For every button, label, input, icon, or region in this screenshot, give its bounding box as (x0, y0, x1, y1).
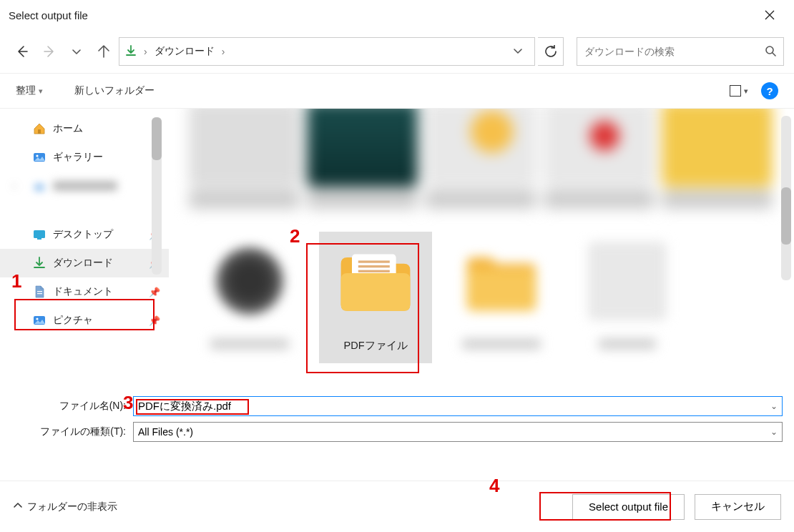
svg-rect-6 (37, 238, 41, 240)
folder-label: PDFファイル (344, 339, 408, 353)
back-button[interactable] (10, 39, 34, 64)
up-button[interactable] (92, 39, 116, 64)
svg-rect-13 (358, 265, 390, 267)
sidebar-item-label: ピクチャ (53, 314, 93, 327)
toolbar: 整理 ▾ 新しいフォルダー ▾ ? (0, 73, 794, 109)
new-folder-button[interactable]: 新しいフォルダー (74, 84, 155, 97)
refresh-button[interactable] (538, 37, 564, 66)
chevron-down-icon[interactable]: ⌄ (770, 401, 778, 411)
downloads-path-icon (125, 45, 137, 59)
cancel-button[interactable]: キャンセル (695, 494, 781, 520)
hide-folders-toggle[interactable]: フォルダーの非表示 (13, 501, 117, 513)
file-grid[interactable]: PDFファイル (169, 109, 794, 388)
annotation-number-3: 3 (123, 392, 133, 414)
sidebar-item-downloads[interactable]: ダウンロード 📌 (0, 249, 169, 277)
view-mode-icon (730, 85, 741, 97)
svg-rect-1 (38, 129, 41, 134)
chevron-down-icon: ▾ (39, 87, 43, 96)
title-bar: Select output file (0, 0, 794, 30)
main-area: ホーム ギャラリー › デスクトップ 📌 (0, 109, 794, 388)
cloud-icon (33, 179, 46, 192)
sidebar-item-label: デスクトップ (53, 228, 113, 241)
sidebar-item-label: ドキュメント (53, 285, 113, 298)
sidebar-item-gallery[interactable]: ギャラリー (0, 143, 169, 172)
arrow-right-icon (43, 45, 56, 58)
documents-icon (33, 285, 46, 298)
save-fields: ファイル名(N): ⌄ ファイルの種類(T): All Files (*.*) … (0, 388, 794, 445)
sidebar-item-label: ギャラリー (53, 151, 103, 164)
chevron-down-icon (513, 46, 523, 56)
annotation-number-4: 4 (489, 475, 499, 497)
chevron-down-icon[interactable]: ⌄ (770, 427, 778, 437)
window-title: Select output file (9, 9, 88, 21)
nav-row: › ダウンロード › (0, 30, 794, 73)
chevron-down-icon: ▾ (744, 87, 748, 96)
folder-item-pdf[interactable]: PDFファイル (319, 232, 432, 363)
folder-icon (336, 242, 415, 320)
chevron-down-icon (72, 46, 82, 56)
pin-icon: 📌 (149, 287, 160, 297)
sidebar-item-label: ホーム (53, 122, 83, 135)
search-box[interactable] (577, 37, 784, 66)
sidebar-item-label (53, 181, 117, 191)
path-dropdown[interactable] (507, 46, 529, 58)
sidebar-item-cloud[interactable]: › (0, 172, 169, 200)
svg-point-4 (34, 184, 44, 190)
organize-menu[interactable]: 整理 ▾ (16, 84, 43, 97)
svg-point-10 (36, 317, 38, 320)
chevron-up-icon (13, 501, 23, 513)
arrow-left-icon (16, 45, 29, 58)
path-separator: › (141, 46, 150, 57)
close-icon (765, 10, 775, 20)
sidebar-item-desktop[interactable]: デスクトップ 📌 (0, 220, 169, 249)
organize-label: 整理 (16, 84, 36, 97)
file-item[interactable] (193, 232, 306, 363)
forward-button[interactable] (37, 39, 62, 64)
select-output-file-button[interactable]: Select output file (572, 494, 685, 520)
arrow-up-icon (97, 45, 110, 58)
view-mode-button[interactable]: ▾ (730, 85, 748, 97)
sidebar-item-documents[interactable]: ドキュメント 📌 (0, 277, 169, 306)
svg-rect-5 (34, 230, 45, 238)
pictures-icon (33, 314, 46, 327)
filetype-label: ファイルの種類(T): (11, 425, 129, 438)
sidebar-item-pictures[interactable]: ピクチャ 📌 (0, 306, 169, 335)
sidebar-item-label: ダウンロード (53, 257, 113, 270)
close-button[interactable] (753, 0, 785, 30)
filetype-field[interactable]: All Files (*.*) ⌄ (133, 422, 783, 442)
desktop-icon (33, 228, 46, 241)
path-separator: › (219, 46, 228, 57)
folder-item[interactable] (445, 232, 558, 363)
footer: フォルダーの非表示 Select output file キャンセル (0, 481, 794, 532)
svg-point-3 (36, 154, 38, 157)
filename-label: ファイル名(N): (11, 400, 129, 413)
pin-icon: 📌 (149, 315, 160, 326)
content-scrollbar[interactable] (781, 116, 791, 280)
filename-field[interactable]: ⌄ (133, 396, 783, 416)
refresh-icon (544, 45, 557, 58)
annotation-number-2: 2 (290, 225, 300, 247)
downloads-icon (33, 257, 46, 270)
help-button[interactable]: ? (761, 82, 778, 99)
gallery-icon (33, 151, 46, 164)
search-icon (765, 45, 776, 59)
home-icon (33, 122, 46, 135)
navigation-pane: ホーム ギャラリー › デスクトップ 📌 (0, 109, 169, 388)
blurred-items-row1 (189, 109, 773, 209)
sidebar-item-home[interactable]: ホーム (0, 114, 169, 143)
svg-rect-12 (358, 260, 390, 262)
history-dropdown[interactable] (64, 39, 89, 64)
path-segment-downloads[interactable]: ダウンロード (155, 45, 215, 58)
file-item[interactable] (571, 232, 684, 363)
expand-icon[interactable]: › (13, 181, 16, 191)
svg-rect-8 (37, 293, 42, 294)
filename-input[interactable] (138, 400, 778, 413)
svg-rect-7 (37, 291, 42, 292)
sidebar-scrollbar[interactable] (152, 117, 162, 275)
filetype-value: All Files (*.*) (138, 426, 193, 438)
address-bar[interactable]: › ダウンロード › (119, 37, 535, 66)
annotation-number-1: 1 (11, 270, 21, 292)
svg-rect-14 (358, 270, 390, 272)
hide-folders-label: フォルダーの非表示 (27, 501, 117, 513)
search-input[interactable] (584, 46, 765, 57)
